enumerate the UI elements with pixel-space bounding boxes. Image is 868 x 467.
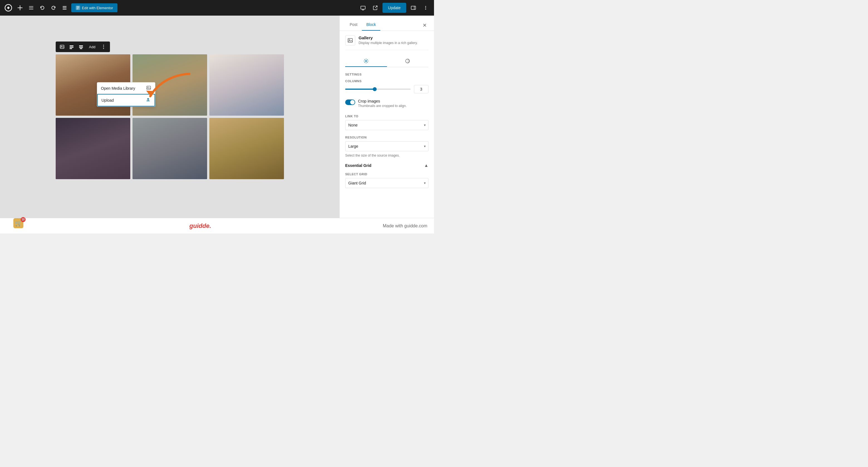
svg-rect-6 [411,6,415,9]
upload-icon [146,97,151,103]
columns-row: 3 [345,85,428,93]
media-popup-menu: Open Media Library Upload [97,82,155,107]
svg-rect-16 [79,47,83,48]
upload-item[interactable]: Upload [97,94,155,107]
more-options-button[interactable] [421,3,431,13]
panel-body: Gallery Display multiple images in a ric… [340,31,434,198]
essential-grid-header: Essential Grid ▲ [345,163,428,168]
svg-point-20 [103,48,104,49]
gallery-more-options[interactable] [99,42,108,51]
toggle-sidebar-button[interactable] [408,3,418,13]
svg-rect-17 [80,48,82,49]
align-center-btn[interactable] [77,42,85,51]
desktop-view-button[interactable] [358,3,368,13]
list-view-button[interactable] [60,3,69,12]
svg-point-9 [425,9,426,10]
crop-images-labels: Crop images Thumbnails are cropped to al… [358,99,407,108]
tools-button[interactable] [27,3,36,12]
toolbar-right: Update [358,3,431,13]
main-toolbar: Edit with Elementor Update [0,0,434,16]
gallery-item-4[interactable] [56,118,130,179]
link-to-select-wrapper: None Media File Attachment Page [345,120,428,130]
columns-slider[interactable] [345,89,411,90]
columns-section: COLUMNS 3 [345,80,428,93]
open-media-library-item[interactable]: Open Media Library [97,83,155,94]
crop-images-toggle-row: Crop images Thumbnails are cropped to al… [345,99,428,108]
panel-icon-tabs [345,56,428,67]
gallery-item-6[interactable] [209,118,284,179]
svg-point-18 [103,45,104,46]
crop-images-toggle[interactable] [345,99,355,105]
undo-button[interactable] [38,3,47,12]
settings-section: Settings COLUMNS 3 Crop images [345,73,428,108]
image-icon-btn[interactable] [58,42,66,51]
block-type-icon [345,35,355,46]
essential-grid-collapse[interactable]: ▲ [424,163,428,168]
edit-with-elementor-button[interactable]: Edit with Elementor [71,3,118,12]
link-to-select[interactable]: None Media File Attachment Page [345,120,428,130]
resolution-section: RESOLUTION Thumbnail Medium Large Full S… [345,136,428,157]
tab-block[interactable]: Block [362,20,380,31]
block-type-info: Gallery Display multiple images in a ric… [345,35,428,50]
svg-rect-23 [348,38,352,42]
bottom-bar: 🛒 10 guidde. Made with guidde.com [0,218,434,233]
columns-label: COLUMNS [345,80,428,83]
select-grid-wrapper: Giant Grid Showcase Grid Blog Grid [345,178,428,188]
right-panel: Post Block ✕ Gallery Display multiple im… [339,16,434,218]
style-icon-tab[interactable] [387,56,429,67]
svg-rect-3 [63,9,66,9]
svg-point-19 [103,47,104,47]
columns-input[interactable]: 3 [414,85,428,93]
svg-rect-21 [147,86,151,89]
svg-rect-12 [70,46,73,46]
settings-title: Settings [345,73,428,76]
panel-close-button[interactable]: ✕ [421,22,428,29]
svg-rect-5 [361,6,365,9]
svg-point-24 [349,39,350,40]
select-grid-label: SELECT GRID [345,173,428,176]
svg-point-22 [148,87,148,88]
link-to-label: LINK TO [345,115,428,118]
media-library-icon [146,85,151,91]
svg-rect-2 [63,7,66,8]
resolution-label: RESOLUTION [345,136,428,139]
gallery-wrapper: Add [56,54,284,179]
svg-point-8 [425,7,426,8]
tab-post[interactable]: Post [345,20,362,31]
add-block-button[interactable] [16,3,25,12]
app-logo [3,3,13,13]
notification-count: 10 [21,217,26,222]
resolution-select[interactable]: Thumbnail Medium Large Full Size [345,141,428,151]
svg-rect-10 [60,45,64,49]
link-to-section: LINK TO None Media File Attachment Page [345,115,428,130]
panel-tabs: Post Block [345,20,380,31]
svg-rect-13 [70,47,73,48]
svg-rect-15 [79,46,83,46]
gallery-grid [56,54,284,179]
select-grid-select[interactable]: Giant Grid Showcase Grid Blog Grid [345,178,428,188]
resolution-desc: Select the size of the source images. [345,153,428,157]
svg-rect-1 [63,6,66,7]
svg-point-11 [61,46,62,47]
essential-grid-section: Essential Grid ▲ SELECT GRID Giant Grid … [345,163,428,188]
svg-point-25 [365,60,367,62]
align-left-btn[interactable] [67,42,76,51]
update-button[interactable]: Update [382,3,406,13]
notification-badge[interactable]: 🛒 10 [13,218,25,229]
guidde-logo: guidde. [189,222,211,230]
panel-header: Post Block ✕ [340,16,434,31]
block-type-text: Gallery Display multiple images in a ric… [359,35,418,46]
external-link-button[interactable] [370,3,380,13]
svg-point-7 [425,6,426,7]
add-image-button[interactable]: Add [86,44,98,50]
settings-icon-tab[interactable] [345,56,387,67]
gallery-item-3[interactable] [209,54,284,116]
gallery-block-toolbar: Add [56,41,110,52]
resolution-select-wrapper: Thumbnail Medium Large Full Size [345,141,428,151]
svg-rect-14 [70,48,72,49]
main-canvas: Add [0,16,339,218]
redo-button[interactable] [49,3,58,12]
gallery-item-5[interactable] [132,118,207,179]
made-with-text: Made with guidde.com [383,224,427,229]
